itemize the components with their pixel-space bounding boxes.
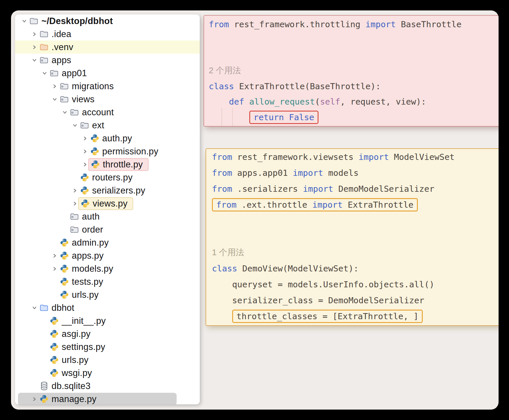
tree-row-idea[interactable]: .idea — [15, 28, 200, 41]
tree-row-auth-py[interactable]: auth.py — [15, 132, 200, 145]
code-token: , request, view): — [340, 97, 426, 107]
tree-row-app01[interactable]: app01 — [15, 67, 200, 80]
code-token: ExtraThrottle — [343, 200, 413, 210]
chevron-down-icon[interactable] — [19, 14, 29, 28]
code-token: import — [365, 19, 396, 29]
tree-item-label: migrations — [72, 81, 114, 92]
code-token: rest_framework.viewsets — [232, 152, 359, 162]
package-folder-icon — [70, 212, 79, 221]
tree-row-desktop-dbhot[interactable]: ~/Desktop/dbhot — [15, 14, 200, 28]
chevron-down-icon[interactable] — [70, 119, 80, 132]
tree-row-content: wsgi.py — [40, 366, 92, 379]
tree-row-venv[interactable]: .venv — [15, 41, 200, 54]
usage-count-hint[interactable]: 1 个用法 — [212, 247, 244, 258]
chevron-right-icon[interactable] — [70, 184, 80, 197]
chevron-right-icon[interactable] — [80, 145, 90, 158]
usage-count-hint[interactable]: 2 个用法 — [209, 65, 241, 76]
code-line: serializer_class = DemoModelSerializer — [212, 292, 499, 308]
tree-row-migrations[interactable]: migrations — [15, 80, 200, 93]
code-token: import — [303, 184, 333, 194]
tree-row-admin-py[interactable]: admin.py — [15, 236, 200, 249]
code-token — [284, 112, 289, 122]
python-icon — [90, 147, 99, 156]
chevron-down-icon[interactable] — [60, 106, 70, 119]
tree-row-urls-py[interactable]: urls.py — [15, 288, 200, 301]
tree-item-label: tests.py — [72, 277, 103, 287]
screenshot-canvas: ~/Desktop/dbhot.idea.venvappsapp01migrat… — [0, 0, 509, 420]
code-line — [209, 32, 499, 48]
tree-row-db-sqlite3[interactable]: db.sqlite3 — [15, 379, 200, 392]
tree-row-content: settings.py — [40, 340, 105, 353]
tree-row-dbhot[interactable]: dbhot — [15, 301, 200, 314]
tree-row-wsgi-py[interactable]: wsgi.py — [15, 366, 200, 379]
code-token: import — [293, 168, 323, 178]
tree-item-label: __init__.py — [62, 316, 106, 326]
tree-row-settings-py[interactable]: settings.py — [15, 340, 200, 353]
code-line — [212, 213, 499, 229]
chevron-right-icon[interactable] — [50, 249, 60, 262]
python-icon — [60, 277, 69, 286]
tree-row-auth[interactable]: auth — [15, 210, 200, 223]
chevron-down-icon[interactable] — [50, 93, 60, 106]
code-token: ExtraThrottle(BaseThrottle): — [234, 81, 380, 91]
tree-item-label: apps.py — [72, 251, 104, 261]
code-token: ( — [315, 97, 320, 107]
tree-row-tests-py[interactable]: tests.py — [15, 275, 200, 288]
chevron-down-icon[interactable] — [40, 67, 50, 80]
tree-item-label: models.py — [72, 264, 113, 274]
package-folder-icon — [60, 95, 69, 104]
tree-row-serializers-py[interactable]: serializers.py — [15, 184, 200, 197]
tree-row-account[interactable]: account — [15, 106, 200, 119]
tree-item-label: manage.py — [52, 394, 96, 404]
code-line: from .ext.throttle import ExtraThrottle — [212, 197, 499, 213]
tree-row-views-py[interactable]: views.py — [15, 197, 200, 210]
tree-row-content: ext — [70, 119, 104, 132]
tree-row-views[interactable]: views — [15, 93, 200, 106]
package-folder-icon — [70, 225, 79, 234]
tree-row-urls-py[interactable]: urls.py — [15, 353, 200, 366]
tree-item-label: asgi.py — [62, 329, 91, 339]
tree-row-content: account — [60, 106, 114, 119]
python-icon — [50, 368, 59, 378]
tree-row-permission-py[interactable]: permission.py — [15, 145, 200, 158]
chevron-right-icon[interactable] — [30, 392, 39, 404]
tree-row-content: urls.py — [50, 288, 99, 301]
chevron-down-icon[interactable] — [30, 301, 39, 314]
code-token: from — [212, 168, 232, 178]
pink-highlight-box: throttle.py — [88, 158, 149, 171]
tree-row-ext[interactable]: ext — [15, 119, 200, 132]
tree-row-content: auth.py — [80, 132, 132, 145]
tree-row-throttle-py[interactable]: throttle.py — [15, 158, 200, 171]
code-token: import — [358, 152, 389, 162]
tree-row-order[interactable]: order — [15, 223, 200, 236]
code-token: self — [320, 97, 340, 107]
chevron-right-icon[interactable] — [30, 41, 39, 54]
tree-row-content: __init__.py — [40, 314, 106, 327]
chevron-right-icon[interactable] — [50, 262, 60, 275]
tree-row-content: apps — [30, 54, 71, 67]
tree-row-init-py[interactable]: __init__.py — [15, 314, 200, 327]
chevron-down-icon[interactable] — [30, 54, 39, 67]
tree-item-label: admin.py — [72, 238, 109, 248]
chevron-right-icon[interactable] — [30, 28, 39, 41]
code-line: throttle_classes = [ExtraThrottle, ] — [212, 308, 499, 324]
tree-item-label: auth — [82, 211, 100, 222]
code-token: queryset = models.UserInfo.objects.all() — [212, 280, 434, 289]
tree-row-models-py[interactable]: models.py — [15, 262, 200, 275]
chevron-right-icon[interactable] — [50, 80, 60, 93]
tree-item-label: urls.py — [62, 355, 89, 365]
tree-row-content: manage.py — [30, 392, 96, 404]
yellow-highlight-box: views.py — [78, 197, 133, 210]
tree-row-asgi-py[interactable]: asgi.py — [15, 327, 200, 340]
tree-row-routers-py[interactable]: routers.py — [15, 171, 200, 184]
tree-row-content: ~/Desktop/dbhot — [19, 14, 113, 28]
chevron-right-icon[interactable] — [80, 132, 90, 145]
code-line: class ExtraThrottle(BaseThrottle): — [209, 78, 499, 94]
tree-row-apps[interactable]: apps — [15, 54, 200, 67]
python-icon — [50, 355, 59, 365]
code-token: .ext.throttle — [237, 200, 312, 210]
code-line — [209, 48, 499, 63]
tree-row-manage-py[interactable]: manage.py — [15, 392, 200, 404]
tree-item-label: db.sqlite3 — [52, 381, 91, 391]
tree-row-apps-py[interactable]: apps.py — [15, 249, 200, 262]
